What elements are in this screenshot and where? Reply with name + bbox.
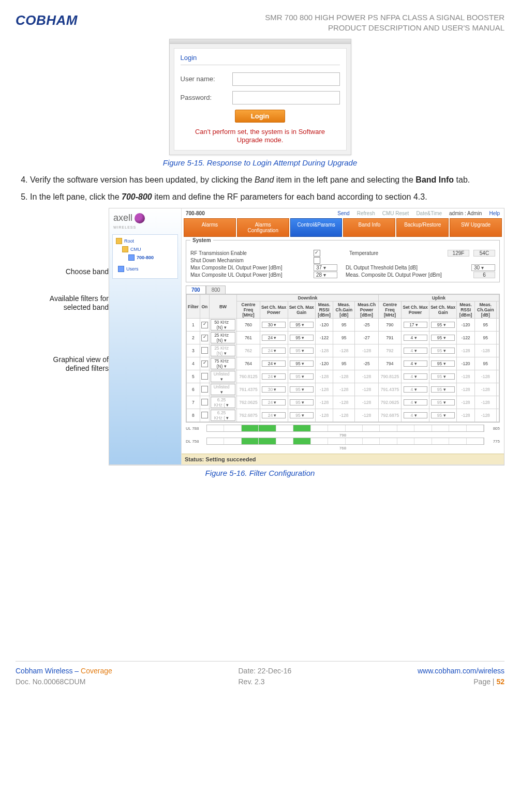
logo-text: COBHAM xyxy=(16,12,78,28)
band-info-bold: Band Info xyxy=(415,175,454,184)
row-on-checkbox[interactable] xyxy=(201,399,208,405)
callout-graphical-view: Graphical view of defined filters xyxy=(16,355,109,373)
row-on-checkbox[interactable] xyxy=(201,335,208,341)
password-input[interactable] xyxy=(232,91,340,104)
tree-root[interactable]: Root xyxy=(115,237,175,245)
login-figure: Login User name: Password: Login Can't p… xyxy=(16,39,504,156)
footer-doc-no: Doc. No.00068CDUM xyxy=(16,676,112,687)
step-5: In the left pane, click the 700-800 item… xyxy=(30,191,504,203)
max-ul-select[interactable]: 28 xyxy=(314,272,337,278)
folder-icon xyxy=(116,238,122,244)
ul-spectrum xyxy=(206,425,484,432)
bw-select[interactable]: Unlisted xyxy=(211,371,236,382)
meas-dl-value: 6 xyxy=(473,272,495,278)
bw-select[interactable]: 6.25 KHz ( xyxy=(211,410,236,421)
row-on-checkbox[interactable] xyxy=(201,412,208,418)
tree-700-800[interactable]: 700-800 xyxy=(127,253,175,262)
ul-start: UL 788 xyxy=(186,426,205,431)
max-dl-label: Max Composite DL Output Power [dBm] xyxy=(190,265,309,270)
system-title: System xyxy=(190,237,213,243)
dl-threshold-select[interactable]: 30 xyxy=(471,264,495,271)
link-cmu-reset[interactable]: CMU Reset xyxy=(382,210,409,216)
bw-select[interactable]: 75 KHz (N) xyxy=(211,358,236,369)
700-800-bolditalic: 700-800 xyxy=(122,192,152,201)
footer-right: www.cobham.com/wireless Page | 52 xyxy=(418,666,504,687)
tab-backup-restore[interactable]: Backup/Restore xyxy=(396,218,449,237)
instruction-list: Verify the software version has been upd… xyxy=(16,174,504,203)
bw-select[interactable]: 25 KHz (N) xyxy=(211,332,236,343)
tab-band-info[interactable]: Band Info xyxy=(343,218,395,237)
logo-swirl-icon xyxy=(135,213,145,223)
bw-select[interactable]: 6.25 KHz ( xyxy=(211,397,236,408)
node-icon xyxy=(128,254,135,261)
page-footer: Cobham Wireless – Coverage Doc. No.00068… xyxy=(16,661,504,687)
temperature-label: Temperature xyxy=(349,250,378,256)
nav-tree: Root CMU 700-800 Users xyxy=(112,234,178,279)
temperature-c: 54C xyxy=(473,250,495,257)
footer-left: Cobham Wireless – Coverage Doc. No.00068… xyxy=(16,666,112,687)
link-datetime[interactable]: Date&Time xyxy=(416,210,442,216)
login-error-line1: Can't perform set, the system is in Soft… xyxy=(195,128,325,136)
webui-sidebar: axell WIRELESS Root CMU 700-800 Users xyxy=(109,208,182,464)
header-titles: SMR 700 800 HIGH POWER PS NFPA CLASS A S… xyxy=(265,12,504,34)
spectrum-view: UL 788 805 798 DL 758 775 768 xyxy=(186,425,500,450)
tab-control-params[interactable]: Control&Params xyxy=(290,218,343,237)
table-row: 86.25 KHz (762.68752495-128-128-128792.6… xyxy=(187,409,499,422)
col-filter: Filter xyxy=(187,295,200,319)
table-row: 6Unlisted761.43753095-128-128-128791.437… xyxy=(187,383,499,396)
tab-alarms[interactable]: Alarms xyxy=(184,218,236,237)
bw-select[interactable]: Unlisted xyxy=(211,384,236,395)
section-ref: 4.3. xyxy=(413,192,427,201)
ul-end: 805 xyxy=(485,426,500,431)
row-on-checkbox[interactable] xyxy=(201,322,208,328)
link-refresh[interactable]: Refresh xyxy=(357,210,375,216)
row-on-checkbox[interactable] xyxy=(201,373,208,380)
login-button[interactable]: Login xyxy=(235,110,285,123)
footer-middle: Date: 22-Dec-16 Rev. 2.3 xyxy=(238,666,291,687)
band-tab-700[interactable]: 700 xyxy=(186,285,206,294)
tree-cmu[interactable]: CMU xyxy=(121,245,175,253)
login-tab: Login xyxy=(181,54,340,65)
ul-mid: 798 xyxy=(186,433,500,438)
step-4: Verify the software version has been upd… xyxy=(30,174,504,186)
row-on-checkbox[interactable] xyxy=(201,386,208,393)
username-row: User name: xyxy=(181,72,340,86)
rf-transmission-label: RF Transmission Enable xyxy=(190,250,309,256)
password-label: Password: xyxy=(181,94,228,101)
figure-5-15-caption: Figure 5-15. Response to Login Attempt D… xyxy=(16,158,504,167)
login-error-line2: Upgrade mode. xyxy=(237,136,284,144)
temperature-f: 129F xyxy=(448,250,469,257)
callout-available-filters: Available filters for selected band xyxy=(16,294,109,312)
row-on-checkbox[interactable] xyxy=(201,347,208,354)
band-subtabs: 700 800 xyxy=(186,285,504,294)
login-error: Can't perform set, the system is in Soft… xyxy=(181,128,340,145)
col-uplink: Uplink xyxy=(378,295,499,302)
shutdown-checkbox[interactable] xyxy=(314,257,320,264)
footer-rev: Rev. 2.3 xyxy=(238,676,291,687)
link-help[interactable]: Help xyxy=(489,210,500,216)
header-title-1: SMR 700 800 HIGH POWER PS NFPA CLASS A S… xyxy=(265,12,504,23)
bw-select[interactable]: 25 KHz (N) xyxy=(211,345,236,356)
breadcrumb: 700-800 xyxy=(186,210,205,216)
footer-url: www.cobham.com/wireless xyxy=(418,666,504,676)
tab-alarms-config[interactable]: Alarms Configuration xyxy=(237,218,289,237)
link-send[interactable]: Send xyxy=(337,210,349,216)
max-dl-select[interactable]: 37 xyxy=(314,264,337,271)
filter-config-figure: Choose band Available filters for select… xyxy=(16,208,504,465)
band-tab-800[interactable]: 800 xyxy=(206,285,226,294)
tab-sw-upgrade[interactable]: SW Upgrade xyxy=(450,218,502,237)
page-number: 52 xyxy=(496,678,504,686)
main-tabs: Alarms Alarms Configuration Control&Para… xyxy=(182,218,504,237)
band-italic: Band xyxy=(255,175,274,184)
page-header: COBHAM SMR 700 800 HIGH POWER PS NFPA CL… xyxy=(16,12,504,34)
tree-users[interactable]: Users xyxy=(117,265,175,273)
col-on: On xyxy=(200,295,209,319)
webui-main: 700-800 Send Refresh CMU Reset Date&Time… xyxy=(182,208,504,464)
row-on-checkbox[interactable] xyxy=(201,360,208,367)
rf-transmission-checkbox[interactable] xyxy=(314,250,320,257)
shutdown-label: Shut Down Mechanism xyxy=(190,258,309,263)
username-input[interactable] xyxy=(232,72,340,86)
bw-select[interactable]: 50 KHz (N) xyxy=(211,319,236,330)
dl-mid: 768 xyxy=(186,446,500,450)
login-titlebar xyxy=(170,39,351,44)
